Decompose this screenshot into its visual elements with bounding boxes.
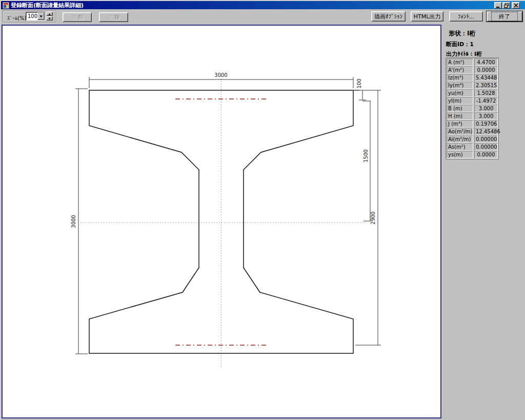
zoom-spinner: ▲ ▼ — [46, 12, 53, 21]
next-button[interactable]: ☞ 後 — [99, 12, 128, 22]
exit-button[interactable]: 終了 — [486, 11, 523, 22]
property-value: 3.000 — [474, 112, 498, 120]
font-button-label: ﾌｫﾝﾄ... — [458, 13, 475, 20]
close-icon — [514, 3, 518, 8]
zoom-dropdown-button[interactable]: ▼ — [37, 12, 45, 20]
arrow-down-icon: ▼ — [49, 17, 51, 20]
property-label: Ai(m²/m) — [447, 135, 473, 143]
property-value: 0.0000 — [474, 66, 498, 74]
html-output-button-label: HTML出力 — [414, 13, 441, 21]
draw-options-button-label: 描画ｵﾌﾟｼｮﾝ — [374, 13, 402, 21]
property-label: ys(m) — [447, 151, 473, 158]
table-row: A (m²)4.4700 — [447, 58, 498, 66]
chevron-down-icon: ▼ — [40, 14, 43, 18]
previous-button[interactable]: ☜ 前 — [63, 12, 92, 22]
property-value: -1.4972 — [474, 97, 498, 105]
drawing-canvas — [2, 25, 441, 418]
property-value: 3.000 — [474, 105, 498, 112]
table-row: As(m²)0.00000 — [447, 143, 498, 151]
minimize-button[interactable] — [494, 2, 502, 9]
table-row: A'(m²)0.0000 — [447, 66, 498, 74]
property-value: 0.19706 — [474, 120, 498, 128]
minimize-icon — [496, 3, 500, 8]
next-button-label: 後 — [114, 13, 120, 21]
spinner-down-button[interactable]: ▼ — [46, 16, 53, 21]
spinner-up-button[interactable]: ▲ — [46, 12, 53, 16]
font-button[interactable]: ﾌｫﾝﾄ... — [449, 11, 483, 22]
table-row: H (m)3.000 — [447, 112, 498, 120]
property-label: H (m) — [447, 112, 473, 120]
property-label: J (m⁴) — [447, 120, 473, 128]
table-row: J (m⁴)0.19706 — [447, 120, 498, 128]
close-button[interactable] — [512, 2, 520, 9]
property-value: 0.00000 — [474, 135, 498, 143]
table-row: yu(m)1.5028 — [447, 89, 498, 97]
shape-heading: 形状：I桁 — [449, 29, 475, 38]
toolbar: ｽﾞｰﾑ(%) 100 ▼ ▲ ▼ ☜ 前 ☞ 後 描画ｵﾌﾟｼｮﾝ HTML出… — [1, 9, 525, 25]
table-row: Ao(m²/m)12.45486 — [447, 128, 498, 135]
zoom-value: 100 — [28, 13, 37, 19]
property-value: 2.30515 — [474, 82, 498, 89]
property-value: 5.43448 — [474, 74, 498, 82]
html-output-button[interactable]: HTML出力 — [411, 11, 443, 22]
property-label: A'(m²) — [447, 66, 473, 74]
zoom-label: ｽﾞｰﾑ(%) — [7, 15, 26, 21]
table-row: Ai(m²/m)0.00000 — [447, 135, 498, 143]
section-info-panel: 形状：I桁 断面ID：1 出力ﾀｲﾄﾙ：I桁 A (m²)4.4700A'(m²… — [441, 25, 525, 420]
window-title: 登録断面(断面諸量結果詳細) — [11, 2, 84, 9]
property-label: A (m²) — [447, 58, 473, 66]
previous-button-label: 前 — [78, 13, 84, 21]
property-value: 4.4700 — [474, 58, 498, 66]
hand-right-icon: ☞ — [107, 14, 113, 21]
title-bar[interactable]: 登録断面(断面諸量結果詳細) — [1, 1, 525, 9]
exit-button-label: 終了 — [491, 12, 518, 22]
app-icon — [3, 2, 9, 9]
table-row: ys(m)0.0000 — [447, 151, 498, 158]
property-value: 0.00000 — [474, 143, 498, 151]
table-row: Iy(m⁴)2.30515 — [447, 82, 498, 89]
table-row: Iz(m⁴)5.43448 — [447, 74, 498, 82]
property-value: 0.0000 — [474, 151, 498, 158]
arrow-up-icon: ▲ — [49, 12, 51, 15]
property-label: yl(m) — [447, 97, 473, 105]
property-label: Iy(m⁴) — [447, 82, 473, 89]
table-row: B (m)3.000 — [447, 105, 498, 112]
draw-options-button[interactable]: 描画ｵﾌﾟｼｮﾝ — [371, 11, 406, 22]
app-window: 登録断面(断面諸量結果詳細) ｽﾞｰﾑ(%) 100 ▼ ▲ — [0, 0, 525, 420]
property-label: Ao(m²/m) — [447, 128, 473, 135]
property-value: 12.45486 — [474, 128, 498, 135]
restore-button[interactable] — [502, 2, 510, 9]
table-row: yl(m)-1.4972 — [447, 97, 498, 105]
property-label: As(m²) — [447, 143, 473, 151]
property-label: B (m) — [447, 105, 473, 112]
zoom-combobox[interactable]: 100 ▼ — [26, 12, 45, 21]
output-title-heading: 出力ﾀｲﾄﾙ：I桁 — [446, 50, 482, 58]
hand-left-icon: ☜ — [71, 14, 76, 21]
section-id-heading: 断面ID：1 — [446, 41, 474, 48]
section-properties-table: A (m²)4.4700A'(m²)0.0000Iz(m⁴)5.43448Iy(… — [446, 57, 499, 159]
property-label: Iz(m⁴) — [447, 74, 473, 82]
property-value: 1.5028 — [474, 89, 498, 97]
restore-icon — [504, 3, 509, 8]
property-label: yu(m) — [447, 89, 473, 97]
